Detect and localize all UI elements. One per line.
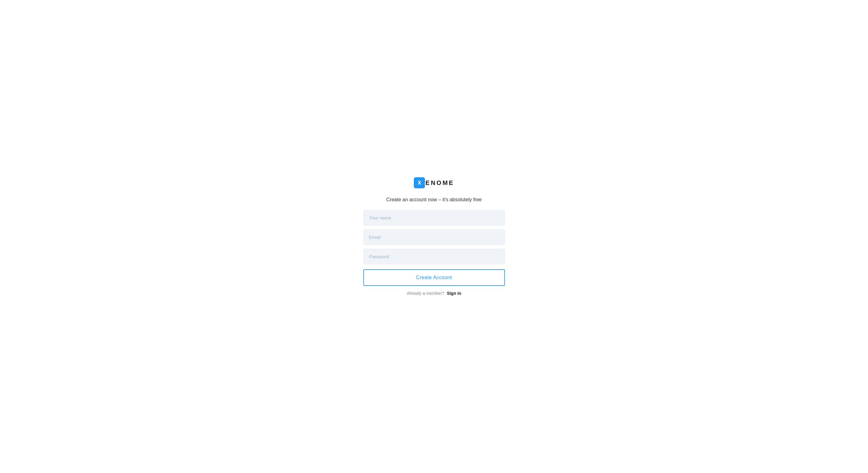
signup-form: Create Account xyxy=(363,210,505,286)
logo-text: ENOME xyxy=(426,179,454,187)
logo-container: X ENOME xyxy=(414,177,454,188)
name-input[interactable] xyxy=(363,210,505,226)
already-member-text: Already a member? xyxy=(407,291,444,296)
create-account-button[interactable]: Create Account xyxy=(363,269,505,286)
logo-icon: X xyxy=(414,177,425,188)
password-input[interactable] xyxy=(363,249,505,264)
page-wrapper: X ENOME Create an account now – it's abs… xyxy=(357,171,511,302)
email-input[interactable] xyxy=(363,229,505,245)
signin-link[interactable]: Sign in xyxy=(447,291,461,296)
tagline: Create an account now – it's absolutely … xyxy=(386,197,482,202)
signin-prompt: Already a member? Sign in xyxy=(407,291,461,296)
